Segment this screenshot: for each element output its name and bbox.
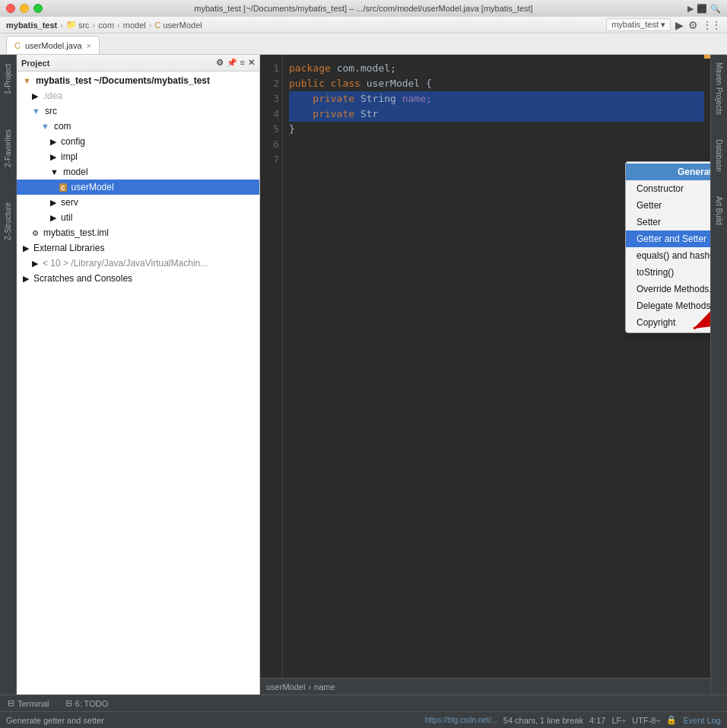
tree-item-config[interactable]: ▶ config xyxy=(17,134,259,149)
error-stripe-marker xyxy=(704,55,710,59)
menu-item-override[interactable]: Override Methods... ^O xyxy=(626,281,710,297)
titlebar: mybatis_test [~/Documents/mybatis_test] … xyxy=(0,0,727,17)
left-tab-structure[interactable]: Z-Structure xyxy=(2,196,14,246)
right-tab-maven[interactable]: Maven Projects xyxy=(713,58,725,119)
menu-item-tostring[interactable]: toString() xyxy=(626,264,710,281)
tab-close-icon[interactable]: × xyxy=(87,41,91,50)
run-button[interactable]: ▶ xyxy=(675,19,684,31)
tree-item-iml[interactable]: ⚙ mybatis_test.iml xyxy=(17,225,259,240)
java-class-icon: C xyxy=(14,41,21,50)
menu-item-equals-hashcode[interactable]: equals() and hashCode() xyxy=(626,247,710,264)
tree-label-usermodel: userModel xyxy=(71,182,114,192)
breadcrumb-model[interactable]: model xyxy=(123,21,146,30)
more-actions-icon[interactable]: ⋮⋮ xyxy=(703,20,721,30)
toolbar: mybatis_test › 📁 src › com › model › C u… xyxy=(0,17,727,33)
override-label: Override Methods... xyxy=(637,284,710,294)
tree-item-util[interactable]: ▶ util xyxy=(17,210,259,225)
constructor-label: Constructor xyxy=(637,183,684,194)
tree-item-com[interactable]: ▼ com xyxy=(17,119,259,134)
tree-label-src: src xyxy=(45,106,57,116)
tree-label-iml: mybatis_test.iml xyxy=(43,227,109,238)
tree-item-serv[interactable]: ▶ serv xyxy=(17,195,259,210)
class-icon: c xyxy=(59,183,67,192)
impl-expand-icon: ▶ xyxy=(50,152,56,162)
sidebar-gear-icon[interactable]: ≡ xyxy=(240,58,245,68)
config-expand-icon: ▶ xyxy=(50,137,56,147)
breadcrumb-src[interactable]: 📁 src xyxy=(66,20,90,30)
sidebar-close-icon[interactable]: ✕ xyxy=(248,58,255,68)
breadcrumb-class[interactable]: C userModel xyxy=(154,21,202,30)
serv-expand-icon: ▶ xyxy=(50,198,56,208)
run-config-dropdown[interactable]: mybatis_test ▾ xyxy=(606,18,671,31)
tree-item-jdk[interactable]: ▶ < 10 > /Library/Java/JavaVirtualMachin… xyxy=(17,256,259,271)
terminal-label: Terminal xyxy=(17,699,49,708)
breadcrumb-com[interactable]: com xyxy=(98,21,114,30)
toolbar-sep2: › xyxy=(93,21,96,30)
terminal-icon: ⊟ xyxy=(8,698,14,708)
project-sidebar: Project ⚙ 📌 ≡ ✕ ▼ mybatis_test ~/Documen… xyxy=(17,55,260,695)
tree-item-root[interactable]: ▼ mybatis_test ~/Documents/mybatis_test xyxy=(17,73,259,88)
tree-expand-icon: ▶ xyxy=(32,91,38,101)
menu-item-setter[interactable]: Setter xyxy=(626,214,710,230)
tree-item-impl[interactable]: ▶ impl xyxy=(17,149,259,164)
util-expand-icon: ▶ xyxy=(50,213,56,223)
todo-label: 6: TODO xyxy=(75,699,109,708)
project-name: mybatis_test xyxy=(6,21,57,30)
editor-tab-usermodel[interactable]: C userModel.java × xyxy=(6,36,100,54)
sidebar-settings-icon[interactable]: ⚙ xyxy=(216,58,224,68)
tree-item-idea[interactable]: ▶ .idea xyxy=(17,88,259,103)
tree-label-extlibs: External Libraries xyxy=(33,243,104,253)
code-editor[interactable]: 1 2 3 4 5 6 7 package com.model; public … xyxy=(260,55,710,678)
statusbar-lf[interactable]: LF÷ xyxy=(611,716,626,725)
search-icon[interactable]: 🔍 xyxy=(710,4,721,14)
maximize-button[interactable] xyxy=(33,4,43,13)
right-tab-build[interactable]: Art Build xyxy=(713,192,725,230)
status-bar: Generate getter and setter https://blg.c… xyxy=(0,711,727,728)
menu-item-getter[interactable]: Getter xyxy=(626,197,710,214)
code-line-6: private Str xyxy=(289,106,704,122)
line-numbers: 1 2 3 4 5 6 7 xyxy=(260,55,283,678)
left-tab-favorites[interactable]: 2-Favorites xyxy=(2,123,14,173)
left-tab-project[interactable]: 1-Project xyxy=(2,58,14,100)
tree-item-scratches[interactable]: ▶ Scratches and Consoles xyxy=(17,271,259,286)
debug-icon[interactable]: ⬛ xyxy=(697,4,707,14)
breadcrumb-sep: › xyxy=(308,682,311,691)
bottom-tabs-bar: ⊟ Terminal ⊟ 6: TODO xyxy=(0,695,727,711)
project-label: Project xyxy=(21,59,49,68)
sidebar-pin-icon[interactable]: 📌 xyxy=(227,58,237,68)
tree-label-idea: .idea xyxy=(43,91,62,101)
tree-label-scratches: Scratches and Consoles xyxy=(33,273,132,284)
editor-area: 1 2 3 4 5 6 7 package com.model; public … xyxy=(260,55,710,695)
code-content[interactable]: package com.model; public class userMode… xyxy=(283,55,710,678)
statusbar-encoding[interactable]: UTF-8÷ xyxy=(632,716,660,725)
tree-item-usermodel[interactable]: c userModel xyxy=(17,180,259,195)
menu-item-copyright[interactable]: Copyright xyxy=(626,314,710,331)
tree-label-config: config xyxy=(61,136,85,147)
debug-run-button[interactable]: ⚙ xyxy=(688,19,698,31)
bottom-tab-todo[interactable]: ⊟ 6: TODO xyxy=(58,695,116,712)
delegate-label: Delegate Methods... xyxy=(637,300,710,311)
todo-icon: ⊟ xyxy=(65,698,72,708)
tostring-label: toString() xyxy=(637,267,674,278)
tree-item-model[interactable]: ▼ model xyxy=(17,164,259,180)
tree-item-ext-libs[interactable]: ▶ External Libraries xyxy=(17,240,259,256)
tree-root-label: mybatis_test ~/Documents/mybatis_test xyxy=(36,75,210,86)
menu-item-getter-setter[interactable]: Getter and Setter xyxy=(626,230,710,247)
iml-icon: ⚙ xyxy=(32,229,39,237)
bottom-tab-terminal[interactable]: ⊟ Terminal xyxy=(0,695,57,712)
minimize-button[interactable] xyxy=(20,4,29,13)
right-tab-database[interactable]: Database xyxy=(713,135,725,176)
menu-item-constructor[interactable]: Constructor xyxy=(626,180,710,197)
run-icon[interactable]: ▶ xyxy=(687,4,694,14)
getter-setter-label: Getter and Setter xyxy=(637,234,706,244)
menu-header-generate: Generate xyxy=(626,164,710,180)
statusbar-url: https://blg.csdn.net/... xyxy=(425,716,497,724)
statusbar-event-log[interactable]: Event Log xyxy=(683,716,721,725)
close-button[interactable] xyxy=(6,4,15,13)
tree-item-src[interactable]: ▼ src xyxy=(17,103,259,119)
code-line-5: private String name; xyxy=(289,91,704,106)
menu-item-delegate[interactable]: Delegate Methods... xyxy=(626,297,710,314)
toolbar-sep1: › xyxy=(60,21,63,30)
equals-label: equals() and hashCode() xyxy=(637,250,710,261)
tree-label-serv: serv xyxy=(61,197,78,208)
